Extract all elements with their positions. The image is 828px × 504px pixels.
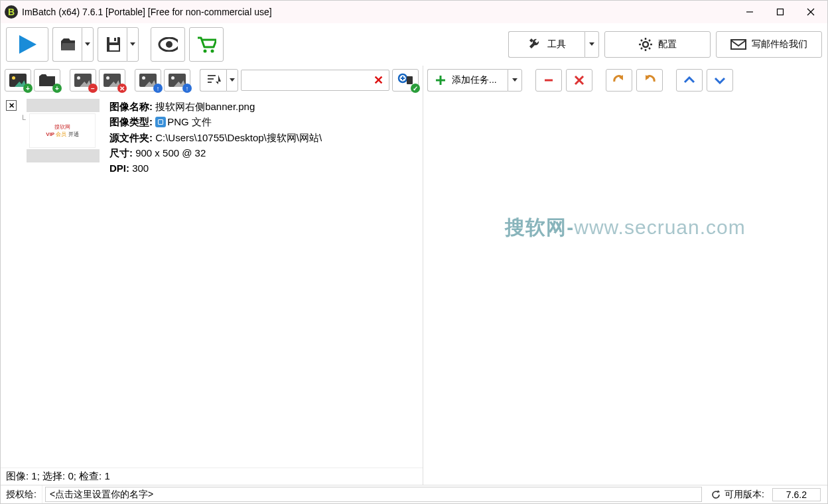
svg-line-20 [641,40,642,41]
add-task-button[interactable]: 添加任务... [427,69,508,92]
version-cell[interactable]: 可用版本: 7.6.2 [705,485,827,503]
open-button[interactable] [52,27,82,62]
settings-button[interactable]: 配置 [604,31,711,58]
folder-open-icon [60,36,75,53]
svg-rect-1 [778,9,784,15]
auth-name-input[interactable]: <点击这里设置你的名字> [45,487,702,502]
remove-image-button[interactable]: − [70,69,96,92]
watermark-text: 搜软网-www.secruan.com [423,214,827,241]
svg-marker-40 [717,490,720,493]
uncheck-item-button[interactable]: ✕ [6,100,17,111]
wrench-icon [527,37,542,52]
redo-icon [643,75,656,86]
svg-point-12 [204,50,207,53]
add-image-button[interactable]: + [5,69,31,92]
undo-button[interactable] [606,69,632,92]
svg-marker-4 [19,35,36,54]
svg-rect-6 [109,37,117,42]
close-button[interactable] [795,1,826,23]
info-type-label: 图像类型: [109,116,153,127]
tools-button[interactable]: 工具 [508,31,585,58]
svg-rect-31 [407,76,413,84]
filter-input[interactable] [244,76,371,86]
chevron-up-icon [683,76,695,84]
clear-filter-button[interactable]: ✕ [371,73,386,88]
sort-dropdown[interactable] [226,69,238,92]
thumbnail: 搜软网 VIP 会员 开通 [29,113,96,148]
svg-point-13 [211,50,214,53]
close-icon [807,8,815,16]
chevron-down-icon [230,78,235,82]
sort-split-button [200,69,238,92]
svg-line-23 [641,48,642,49]
redo-button[interactable] [636,69,663,92]
status-bar: 授权给: <点击这里设置你的名字> 可用版本: 7.6.2 [1,485,827,503]
cart-button[interactable] [189,27,224,62]
titlebar: B ImBatch (x64) 7.6.1 [Portable] [Free f… [1,1,827,23]
add-task-split-button: 添加任务... [427,69,522,92]
open-dropdown[interactable] [82,27,94,62]
auth-placeholder: <点击这里设置你的名字> [50,489,153,501]
task-tools-toolbar: 添加任务... [423,66,827,95]
gear-icon [638,37,653,52]
apply-filter-button[interactable]: ✓ [392,69,419,92]
restore-image-button[interactable]: ↑ [135,69,161,92]
avail-version: 7.6.2 [772,488,821,501]
maximize-button[interactable] [765,1,795,23]
refresh-icon [711,490,721,499]
info-name-value: 搜软网右侧banner.png [155,101,255,112]
task-list-pane: 搜软网-www.secruan.com [423,95,827,485]
image-tools-toolbar: + + − ✕ ↑ ↑ ✕ ✓ [1,66,423,95]
image-info: 图像名称: 搜软网右侧banner.png 图像类型: PNG 文件 源文件夹:… [109,99,417,176]
svg-marker-34 [512,78,518,82]
save-icon [105,35,120,54]
tools-dropdown[interactable] [585,31,599,58]
move-up-button[interactable] [676,69,703,92]
thumbnail-placeholder [27,99,100,112]
preview-button[interactable] [151,27,185,62]
image-stats-line: 图像: 1; 选择: 0; 检查: 1 [1,468,423,485]
run-button[interactable] [6,27,48,62]
info-dpi-label: DPI: [109,162,129,174]
svg-point-11 [166,41,172,48]
info-dpi-value: 300 [132,162,149,174]
svg-marker-5 [85,42,90,46]
info-name-label: 图像名称: [109,101,153,112]
chevron-down-icon [130,42,135,46]
open-split-button [52,27,94,62]
save-button[interactable] [98,27,127,62]
filter-input-box[interactable]: ✕ [241,70,389,91]
restore-all-button[interactable]: ↑ [164,69,190,92]
thumbnail-placeholder [27,149,100,162]
save-dropdown[interactable] [127,27,139,62]
chevron-down-icon [85,42,90,46]
sort-button[interactable] [200,69,226,92]
plus-icon [435,74,447,86]
svg-rect-8 [114,38,116,41]
add-task-dropdown[interactable] [508,69,522,92]
svg-marker-29 [230,78,235,82]
delete-image-button[interactable]: ✕ [99,69,125,92]
delete-task-button[interactable] [566,69,592,92]
main-toolbar: 工具 配置 写邮件给我们 [1,23,827,66]
chevron-down-icon [512,78,518,82]
email-button[interactable]: 写邮件给我们 [716,31,822,58]
eye-icon [158,37,178,52]
maximize-icon [776,8,784,16]
auth-label: 授权给: [1,485,42,503]
sort-icon [206,74,221,87]
tools-split-button: 工具 [508,31,599,58]
settings-label: 配置 [658,38,677,50]
remove-task-button[interactable] [535,69,562,92]
move-down-button[interactable] [707,69,733,92]
add-folder-button[interactable]: + [34,69,60,92]
image-list-item[interactable]: ✕ └ 搜软网 VIP 会员 开通 图像名称: 搜软网 [5,97,419,177]
minimize-icon [746,8,754,16]
info-size-label: 尺寸: [109,147,133,158]
minimize-button[interactable] [734,1,765,23]
info-type-value: PNG 文件 [167,116,212,127]
email-label: 写邮件给我们 [752,38,807,50]
undo-icon [612,75,626,86]
window-title: ImBatch (x64) 7.6.1 [Portable] [Free for… [22,7,734,17]
tools-label: 工具 [547,38,566,50]
